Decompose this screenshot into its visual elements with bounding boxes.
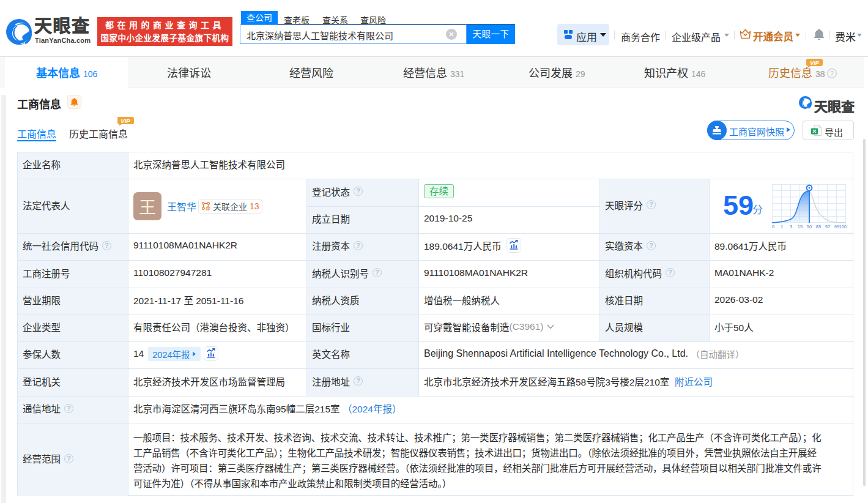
svg-text:VIP: VIP	[121, 117, 130, 124]
svg-text:50: 50	[807, 224, 812, 229]
svg-text:85: 85	[816, 224, 821, 229]
svg-text:3: 3	[790, 224, 792, 229]
svg-text:1: 1	[781, 224, 783, 229]
svg-text:企: 企	[205, 206, 210, 211]
svg-text:100: 100	[839, 224, 847, 229]
svg-text:97: 97	[825, 224, 830, 229]
svg-text:15: 15	[798, 224, 803, 229]
svg-text:0: 0	[772, 224, 774, 229]
svg-text:?: ?	[830, 70, 834, 77]
svg-text:VIP: VIP	[810, 60, 820, 66]
